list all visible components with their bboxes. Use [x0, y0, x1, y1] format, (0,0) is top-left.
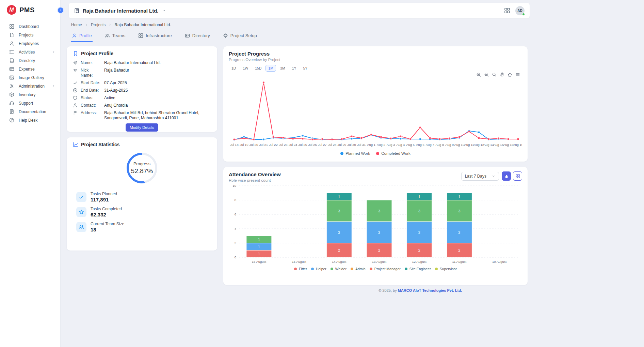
sidebar-collapse-button[interactable]	[57, 7, 64, 14]
range-button-15d[interactable]: 15D	[252, 65, 264, 72]
svg-text:Aug 1: Aug 1	[367, 143, 375, 147]
profile-field-nick-name: Nick Name:Raja Bahadur	[73, 68, 211, 78]
sidebar-item-activities[interactable]: Activities	[0, 48, 60, 56]
legend-marker	[351, 268, 353, 270]
range-button-1w[interactable]: 1W	[240, 65, 251, 72]
sidebar-item-projects[interactable]: Projects	[0, 31, 60, 39]
bar-view-icon	[504, 174, 509, 179]
legend-welder[interactable]: Welder	[331, 267, 347, 271]
legend-label: Admin	[355, 267, 366, 271]
sidebar-item-dashboard[interactable]: Dashboard	[0, 22, 60, 31]
company-selector[interactable]: Raja Bahadur International Ltd.	[74, 8, 166, 14]
field-label: Start Date:	[81, 80, 101, 86]
range-button-5y[interactable]: 5Y	[300, 65, 310, 72]
bar-view-toggle[interactable]	[502, 171, 511, 181]
footer-link[interactable]: MARCO AIoT Technologies Pvt. Ltd.	[398, 288, 462, 292]
legend-supervisor[interactable]: Supervisor	[435, 267, 457, 271]
stat-value: 18	[91, 227, 124, 232]
tab-teams[interactable]: Teams	[104, 32, 126, 42]
tasks-planned-icon-badge	[76, 192, 86, 202]
svg-text:3: 3	[418, 209, 420, 213]
legend-admin[interactable]: Admin	[351, 267, 366, 271]
pan-icon[interactable]	[500, 72, 504, 77]
range-button-1d[interactable]: 1D	[229, 65, 239, 72]
selection-zoom-icon[interactable]	[492, 72, 497, 77]
stat-label: Current Team Size	[91, 222, 124, 226]
field-label: Nick Name:	[81, 68, 101, 78]
chevron-right-icon	[52, 50, 55, 54]
sidebar-item-label: Dashboard	[19, 24, 39, 29]
svg-text:Aug 5: Aug 5	[406, 143, 415, 147]
legend-planned-work[interactable]: Planned Work	[340, 151, 370, 155]
page-footer: © 2025, by MARCO AIoT Technologies Pvt. …	[223, 288, 528, 292]
legend-helper[interactable]: Helper	[311, 267, 326, 271]
legend-marker	[376, 152, 379, 155]
legend-label: Project Manager	[374, 267, 401, 271]
tab-bar: ProfileTeamsInfrastructureDirectoryProje…	[71, 32, 538, 42]
sidebar-item-label: Inventory	[19, 92, 35, 97]
apps-grid-icon[interactable]	[504, 7, 510, 14]
zoom-out-icon[interactable]	[484, 72, 489, 77]
sidebar-item-label: Employees	[19, 41, 39, 46]
sidebar-item-employees[interactable]: Employees	[0, 39, 60, 48]
administration-icon	[9, 84, 14, 89]
range-button-1y[interactable]: 1Y	[289, 65, 299, 72]
name-icon	[73, 60, 78, 65]
sidebar-item-image-gallery[interactable]: Image Gallery	[0, 73, 60, 82]
svg-text:1: 1	[458, 195, 460, 199]
range-button-1m[interactable]: 1M	[265, 65, 276, 72]
breadcrumb-item[interactable]: Home	[71, 22, 82, 27]
svg-text:Aug 4: Aug 4	[396, 143, 405, 147]
sidebar-item-inventory[interactable]: Inventory	[0, 90, 60, 99]
svg-text:1: 1	[258, 252, 260, 256]
breadcrumb-item[interactable]: Projects	[91, 22, 106, 27]
legend-project-manager[interactable]: Project Manager	[370, 267, 401, 271]
sidebar-item-expense[interactable]: Expense	[0, 65, 60, 73]
legend-label: Fitter	[299, 267, 307, 271]
legend-completed-work[interactable]: Completed Work	[376, 151, 410, 155]
app-logo[interactable]: M PMS	[0, 0, 60, 19]
projects-icon	[9, 32, 14, 37]
legend-label: Planned Work	[345, 151, 370, 155]
legend-marker	[435, 268, 438, 270]
legend-site-engineer[interactable]: Site Engineer	[405, 267, 431, 271]
svg-text:Aug 3: Aug 3	[387, 143, 395, 147]
bookmark-icon	[73, 51, 78, 56]
chart-line-icon	[73, 142, 78, 147]
home-icon[interactable]	[508, 72, 512, 77]
modify-details-button[interactable]: Modify Details	[126, 123, 158, 132]
menu-icon[interactable]	[515, 72, 520, 77]
tab-profile[interactable]: Profile	[71, 32, 93, 42]
progress-line-chart[interactable]: Jul 18Jul 19Jul 20Jul 21Jul 22Jul 23Jul …	[229, 73, 522, 151]
stat-current-team-size: Current Team Size18	[73, 222, 211, 232]
attendance-card-title: Attendance Overview	[229, 171, 281, 177]
building-icon	[74, 8, 80, 14]
tab-infrastructure[interactable]: Infrastructure	[138, 32, 173, 42]
table-view-toggle[interactable]	[513, 171, 522, 181]
svg-text:1: 1	[258, 238, 260, 242]
range-button-3m[interactable]: 3M	[277, 65, 288, 72]
logo-mark: M	[7, 5, 16, 15]
sidebar: M PMS DashboardProjectsEmployeesActiviti…	[0, 0, 61, 347]
tab-directory[interactable]: Directory	[184, 32, 211, 42]
attendance-bar-chart[interactable]: 024681011116 August15 August233114 Augus…	[229, 184, 522, 266]
sidebar-item-documentation[interactable]: Documentation	[0, 107, 60, 116]
avatar-initials: AD	[517, 9, 522, 13]
documentation-icon	[9, 109, 14, 114]
svg-text:16 August: 16 August	[252, 260, 267, 263]
sidebar-item-administration[interactable]: Administration	[0, 82, 60, 90]
days-filter-select[interactable]: Last 7 Days	[461, 172, 499, 181]
progress-card-subtitle: Progress Overview by Project	[229, 58, 522, 62]
breadcrumb: HomeProjectsRaja Bahadur International L…	[71, 22, 538, 27]
field-label: Contact:	[81, 103, 101, 108]
svg-text:Aug 8: Aug 8	[435, 143, 444, 147]
avatar[interactable]: AD	[515, 6, 525, 15]
sidebar-item-help-desk[interactable]: Help Desk	[0, 116, 60, 124]
sidebar-item-directory[interactable]: Directory	[0, 56, 60, 65]
legend-fitter[interactable]: Fitter	[294, 267, 307, 271]
tab-project-setup[interactable]: Project Setup	[222, 32, 258, 42]
svg-text:Jul 21: Jul 21	[259, 143, 268, 147]
zoom-in-icon[interactable]	[476, 72, 481, 77]
sidebar-item-support[interactable]: Support	[0, 99, 60, 107]
svg-text:6: 6	[235, 212, 236, 216]
